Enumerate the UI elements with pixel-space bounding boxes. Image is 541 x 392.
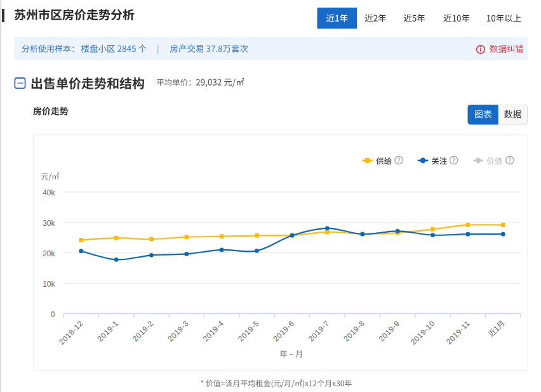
svg-text:2019-6: 2019-6 [271,319,296,344]
svg-text:10k: 10k [43,280,55,289]
svg-text:2019-5: 2019-5 [236,319,261,344]
svg-text:2018-12: 2018-12 [57,319,85,347]
svg-text:2019-4: 2019-4 [201,319,226,344]
svg-text:2019-1: 2019-1 [96,319,121,344]
svg-text:30k: 30k [43,219,55,228]
svg-text:2019-7: 2019-7 [307,319,331,344]
svg-text:2019-3: 2019-3 [166,319,190,344]
svg-text:0: 0 [51,310,55,319]
svg-text:2019-10: 2019-10 [409,319,437,347]
svg-text:2019-2: 2019-2 [131,319,156,344]
svg-text:2019-11: 2019-11 [444,319,472,346]
svg-text:2019-8: 2019-8 [342,319,366,344]
svg-text:40k: 40k [43,188,55,197]
svg-text:2019-9: 2019-9 [377,319,402,344]
svg-text:20k: 20k [43,249,55,258]
